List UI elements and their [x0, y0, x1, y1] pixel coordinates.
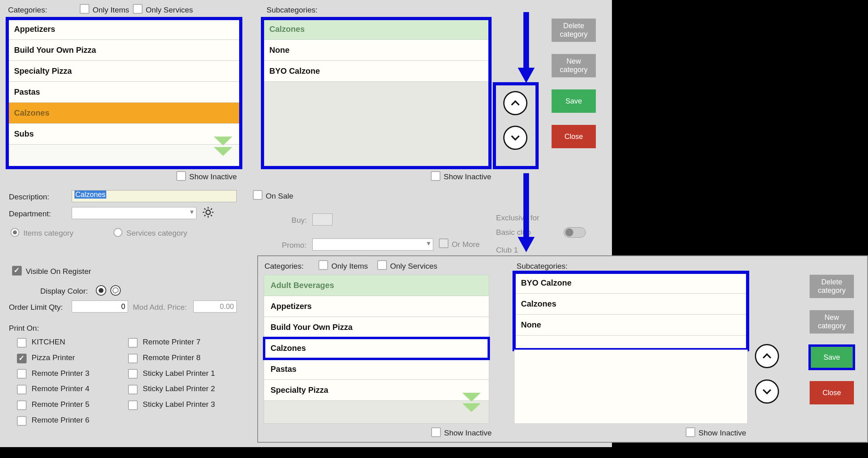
- cat-show-inactive-checkbox[interactable]: [431, 427, 441, 437]
- printer-checkbox[interactable]: [17, 416, 27, 426]
- cat-row[interactable]: Specialty Pizza: [8, 61, 240, 82]
- subcat-show-inactive-checkbox[interactable]: [686, 427, 695, 437]
- mod-add-label: Mod Add. Price:: [133, 303, 187, 312]
- printer-checkbox[interactable]: [128, 354, 138, 363]
- subcategories-list[interactable]: BYO Calzone Calzones None: [514, 272, 748, 350]
- new-category-button[interactable]: New category: [810, 310, 854, 334]
- delete-category-button[interactable]: Delete category: [552, 19, 596, 42]
- cat-row[interactable]: Appetizers: [264, 296, 489, 317]
- categories-list[interactable]: Adult Beverages Appetizers Build Your Ow…: [264, 275, 489, 424]
- printer-checkbox[interactable]: [128, 369, 138, 379]
- on-sale-checkbox[interactable]: [253, 190, 262, 200]
- printer-checkbox[interactable]: [17, 400, 27, 410]
- chevron-up-icon: [510, 97, 521, 109]
- cat-row[interactable]: Build Your Own Pizza: [8, 40, 240, 61]
- subcat-row[interactable]: BYO Calzone: [515, 273, 747, 294]
- cat-row-selected[interactable]: Adult Beverages: [264, 275, 489, 296]
- delete-category-button[interactable]: Delete category: [810, 275, 854, 298]
- close-button[interactable]: Close: [810, 381, 854, 404]
- cat-row[interactable]: Pastas: [8, 82, 240, 103]
- subcategories-list[interactable]: Calzones None BYO Calzone: [262, 19, 490, 168]
- visible-on-register-checkbox[interactable]: [12, 266, 22, 276]
- printer-label: Remote Printer 7: [143, 338, 200, 346]
- only-items-checkbox[interactable]: [318, 260, 328, 270]
- buy-input[interactable]: [312, 213, 333, 226]
- printer-checkbox[interactable]: [17, 354, 27, 363]
- cat-row[interactable]: Specialty Pizza: [264, 380, 489, 401]
- printer-label: Remote Printer 3: [31, 369, 89, 377]
- new-category-button[interactable]: New category: [552, 54, 596, 77]
- printers-col2: Remote Printer 7 Remote Printer 8 Sticky…: [128, 338, 215, 410]
- printer-checkbox[interactable]: [128, 385, 138, 394]
- subcat-row[interactable]: None: [263, 40, 490, 61]
- printers-col1: KITCHEN Pizza Printer Remote Printer 3 R…: [17, 338, 89, 426]
- only-items-label: Only Items: [93, 6, 129, 15]
- cat-row[interactable]: Appetizers: [8, 19, 240, 40]
- or-more-label: Or More: [452, 240, 480, 249]
- action-buttons: Delete category New category Save Close: [810, 275, 854, 404]
- move-up-button[interactable]: [503, 91, 527, 115]
- printer-checkbox[interactable]: [17, 385, 27, 394]
- subcat-row[interactable]: None: [515, 315, 747, 336]
- cat-show-inactive-checkbox[interactable]: [176, 171, 186, 181]
- move-down-button[interactable]: [503, 126, 527, 150]
- printer-checkbox[interactable]: [128, 400, 138, 410]
- exclusive-label: Exclusive for: [496, 213, 539, 222]
- cat-row-selected[interactable]: Calzones: [8, 103, 240, 124]
- printer-checkbox[interactable]: [17, 338, 27, 348]
- only-services-label: Only Services: [146, 6, 193, 15]
- buy-label: Buy:: [291, 216, 307, 225]
- only-items-label: Only Items: [331, 262, 368, 271]
- only-items-checkbox[interactable]: [80, 4, 89, 14]
- cat-row-highlighted[interactable]: Calzones: [264, 338, 489, 359]
- cat-row[interactable]: Subs: [8, 124, 240, 145]
- visible-on-register-label: Visible On Register: [26, 267, 91, 276]
- action-buttons: Delete category New category Save Close: [552, 19, 596, 148]
- display-color-label: Display Color:: [40, 287, 88, 296]
- subcategories-label: Subcategories:: [517, 262, 568, 271]
- order-limit-input[interactable]: [72, 300, 128, 313]
- items-category-label: Items category: [23, 229, 74, 238]
- description-input[interactable]: Calzones: [72, 190, 237, 202]
- printer-label: Sticky Label Printer 1: [143, 369, 215, 377]
- move-up-button[interactable]: [755, 344, 779, 368]
- services-category-label: Services category: [126, 229, 187, 238]
- on-sale-label: On Sale: [266, 192, 293, 201]
- move-down-button[interactable]: [755, 379, 779, 404]
- printer-checkbox[interactable]: [17, 369, 27, 379]
- printer-label: Remote Printer 4: [31, 384, 89, 393]
- basic-club-toggle[interactable]: [564, 227, 586, 238]
- only-services-checkbox[interactable]: [377, 260, 387, 270]
- subcategories-list-empty: [514, 350, 748, 424]
- cat-row[interactable]: Pastas: [264, 359, 489, 380]
- save-button[interactable]: Save: [552, 89, 596, 113]
- cat-row[interactable]: Build Your Own Pizza: [264, 317, 489, 338]
- printer-label: Pizza Printer: [31, 353, 75, 362]
- chevron-up-icon: [761, 350, 773, 362]
- close-button[interactable]: Close: [552, 125, 596, 148]
- panel-after: Categories: Only Items Only Services Sub…: [257, 255, 868, 443]
- department-select[interactable]: ▾: [72, 207, 196, 219]
- subcat-show-inactive-checkbox[interactable]: [431, 171, 440, 181]
- categories-list[interactable]: Appetizers Build Your Own Pizza Specialt…: [7, 19, 241, 168]
- gear-icon[interactable]: [201, 205, 215, 219]
- items-category-radio[interactable]: [10, 228, 19, 237]
- description-label: Description:: [9, 193, 49, 201]
- subcat-row-selected[interactable]: Calzones: [263, 19, 490, 40]
- reorder-buttons-group: [494, 84, 537, 168]
- dropdown-icon: ▾: [427, 239, 430, 248]
- promo-select[interactable]: ▾: [312, 238, 433, 251]
- only-services-checkbox[interactable]: [133, 4, 143, 14]
- printer-checkbox[interactable]: [128, 338, 138, 348]
- or-more-checkbox[interactable]: [439, 238, 448, 248]
- color-palette-button[interactable]: [110, 285, 121, 296]
- club1-label: Club 1: [496, 246, 518, 255]
- mod-add-input[interactable]: [193, 300, 237, 313]
- color-primary-button[interactable]: [96, 285, 106, 296]
- services-category-radio[interactable]: [114, 228, 122, 237]
- cat-show-inactive-label: Show Inactive: [189, 172, 237, 181]
- subcat-show-inactive-label: Show Inactive: [444, 172, 491, 181]
- save-button[interactable]: Save: [810, 346, 854, 369]
- subcat-row[interactable]: BYO Calzone: [263, 61, 490, 82]
- subcat-row[interactable]: Calzones: [515, 294, 747, 315]
